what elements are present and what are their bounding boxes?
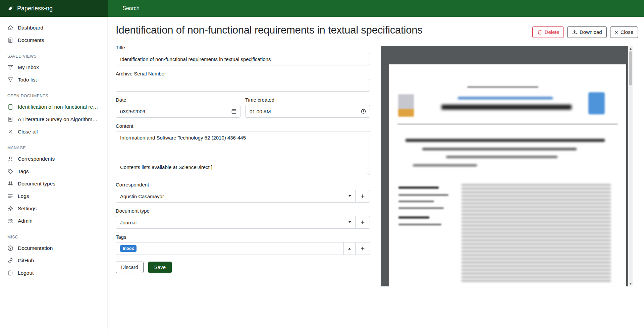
sidebar-item-logout[interactable]: Logout — [0, 267, 107, 279]
close-button[interactable]: × Close — [610, 26, 638, 38]
sidebar-item-document-types[interactable]: Document types — [0, 177, 107, 190]
sidebar-item-open-doc-2[interactable]: A Literature Survey on Algorithms for Mu… — [0, 113, 107, 125]
sidebar-item-label: Document types — [18, 181, 55, 187]
caret-up-icon — [348, 248, 351, 250]
date-input[interactable] — [116, 105, 240, 118]
content-textarea[interactable]: Information and Software Technology 52 (… — [116, 131, 370, 175]
sidebar-item-open-doc-1[interactable]: Identification of non-functional require… — [0, 101, 107, 113]
sidebar-item-label: GitHub — [18, 258, 34, 264]
plus-icon — [360, 194, 365, 199]
files-icon — [7, 37, 13, 43]
correspondent-add-button[interactable] — [355, 190, 370, 203]
sidebar: Dashboard Documents SAVED VIEWS My Inbox… — [0, 17, 108, 329]
pdf-blur-shape — [446, 156, 557, 158]
asn-input[interactable] — [116, 79, 370, 92]
title-label: Title — [116, 45, 370, 50]
pdf-blur-shape — [422, 148, 577, 150]
x-icon: × — [615, 30, 618, 35]
sidebar-item-label: Identification of non-functional require… — [18, 104, 100, 110]
pdf-blur-shape — [398, 94, 414, 116]
discard-button-label: Discard — [121, 264, 138, 270]
preview-scrollbar-thumb[interactable] — [629, 51, 632, 86]
pdf-preview — [381, 46, 633, 286]
sidebar-item-settings[interactable]: Settings — [0, 202, 107, 215]
sidebar-section-saved-views: SAVED VIEWS — [0, 54, 107, 59]
document-form: Title Archive Serial Number Date Time cr… — [116, 45, 370, 273]
sidebar-item-correspondents[interactable]: Correspondents — [0, 153, 107, 165]
sidebar-item-close-all[interactable]: Close all — [0, 125, 107, 138]
box-arrow-right-icon — [7, 270, 13, 276]
delete-button-label: Delete — [545, 29, 559, 35]
sidebar-item-todo-list[interactable]: Todo list — [0, 73, 107, 86]
funnel-icon — [7, 64, 13, 70]
sidebar-item-admin[interactable]: Admin — [0, 215, 107, 227]
sidebar-item-label: Documents — [18, 37, 44, 43]
asn-label: Archive Serial Number — [116, 71, 370, 76]
pdf-blur-shape — [467, 87, 538, 88]
people-icon — [7, 218, 13, 224]
sidebar-item-label: Admin — [18, 218, 33, 224]
sidebar-section-misc: MISC — [0, 235, 107, 239]
sidebar-item-label: Dashboard — [18, 25, 43, 31]
pdf-blur-shape — [398, 216, 429, 219]
tag-inbox-badge[interactable]: Inbox — [120, 245, 137, 252]
topbar: Paperless-ng — [0, 0, 644, 17]
sidebar-item-github[interactable]: GitHub — [0, 254, 107, 267]
tags-field[interactable]: Inbox — [116, 242, 344, 255]
title-input[interactable] — [116, 53, 370, 65]
sidebar-item-label: Correspondents — [18, 156, 55, 162]
sidebar-item-logs[interactable]: Logs — [0, 190, 107, 202]
pdf-blur-shape — [397, 124, 618, 124]
tags-dropdown-button[interactable] — [343, 242, 356, 255]
document-type-select[interactable]: Journal — [116, 216, 356, 229]
scroll-down-arrow-icon[interactable] — [628, 281, 633, 286]
correspondent-select[interactable]: Agustin Casamayor — [116, 190, 356, 203]
trash-icon — [537, 30, 542, 35]
delete-button[interactable]: Delete — [532, 26, 564, 38]
pdf-blur-shape — [398, 186, 439, 189]
leaf-icon — [7, 5, 13, 11]
sidebar-section-manage: MANAGE — [0, 146, 107, 150]
link-icon — [7, 258, 13, 264]
sidebar-item-documentation[interactable]: Documentation — [0, 242, 107, 254]
pdf-blur-shape — [588, 92, 605, 114]
list-icon — [7, 193, 13, 199]
sidebar-item-documents[interactable]: Documents — [0, 34, 107, 46]
brand[interactable]: Paperless-ng — [0, 0, 108, 17]
download-button-label: Download — [580, 29, 602, 35]
download-button[interactable]: Download — [567, 26, 607, 38]
pdf-blur-shape — [458, 97, 553, 99]
sidebar-item-label: Settings — [18, 206, 37, 212]
save-button[interactable]: Save — [148, 262, 172, 273]
sidebar-item-label: Documentation — [18, 245, 53, 251]
document-type-add-button[interactable] — [355, 216, 370, 229]
form-actions: Discard Save — [116, 262, 370, 273]
pdf-blur-shape — [441, 105, 572, 110]
correspondent-label: Correspondent — [116, 182, 370, 187]
time-created-input[interactable] — [245, 105, 370, 118]
tags-add-button[interactable] — [355, 242, 370, 255]
page-title: Identification of non-functional require… — [116, 24, 423, 36]
sidebar-item-my-inbox[interactable]: My Inbox — [0, 61, 107, 73]
tags-label: Tags — [116, 234, 370, 240]
pdf-blur-shape — [462, 184, 611, 282]
close-button-label: Close — [621, 29, 633, 35]
sidebar-section-open-documents: OPEN DOCUMENTS — [0, 94, 107, 98]
sidebar-item-label: A Literature Survey on Algorithms for Mu… — [18, 116, 100, 122]
house-icon — [7, 25, 13, 31]
funnel-icon — [7, 77, 13, 83]
sidebar-item-label: Logs — [18, 193, 29, 199]
sidebar-item-label: Logout — [18, 270, 34, 276]
file-icon — [7, 116, 13, 122]
hash-icon — [7, 181, 13, 187]
preview-scrollbar[interactable] — [628, 46, 633, 286]
sidebar-item-dashboard[interactable]: Dashboard — [0, 21, 107, 34]
document-actions: Delete Download × Close — [532, 26, 638, 38]
sidebar-item-tags[interactable]: Tags — [0, 165, 107, 177]
scroll-up-arrow-icon[interactable] — [628, 46, 633, 51]
pdf-page — [389, 64, 626, 286]
brand-label: Paperless-ng — [17, 5, 53, 12]
person-icon — [7, 156, 13, 162]
search-input[interactable] — [122, 0, 357, 16]
discard-button[interactable]: Discard — [116, 262, 144, 273]
